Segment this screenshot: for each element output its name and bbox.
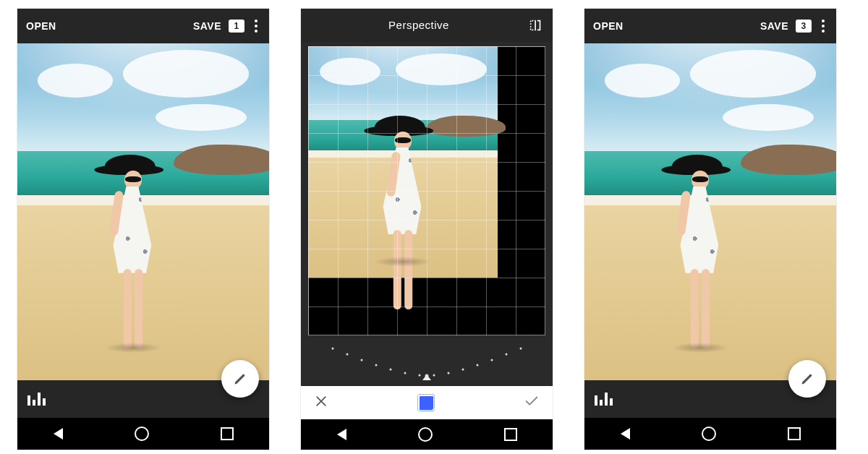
image-canvas[interactable] bbox=[584, 43, 836, 380]
nav-home-icon[interactable] bbox=[702, 427, 716, 441]
open-button[interactable]: OPEN bbox=[26, 20, 56, 32]
svg-point-12 bbox=[491, 359, 493, 361]
nav-home-icon[interactable] bbox=[135, 427, 149, 441]
bottom-toolbar bbox=[17, 380, 269, 418]
phone-screen-after: OPEN SAVE 3 bbox=[584, 9, 836, 450]
android-navbar bbox=[17, 418, 269, 450]
flip-horizontal-icon[interactable] bbox=[528, 17, 544, 33]
overflow-menu-icon[interactable] bbox=[819, 17, 827, 35]
android-navbar bbox=[584, 418, 836, 450]
nav-home-icon[interactable] bbox=[418, 427, 433, 442]
android-navbar bbox=[301, 419, 553, 450]
history-badge[interactable]: 1 bbox=[229, 20, 244, 33]
svg-point-4 bbox=[390, 368, 392, 370]
tool-topbar: Perspective bbox=[301, 9, 553, 42]
save-button[interactable]: SAVE bbox=[760, 20, 788, 32]
rotation-dial[interactable] bbox=[301, 335, 553, 386]
nav-recent-icon[interactable] bbox=[504, 428, 517, 441]
overflow-menu-icon[interactable] bbox=[252, 17, 260, 35]
phone-screen-before: OPEN SAVE 1 bbox=[17, 9, 269, 450]
open-button[interactable]: OPEN bbox=[593, 20, 624, 32]
tool-title: Perspective bbox=[310, 19, 528, 31]
svg-point-14 bbox=[520, 347, 522, 349]
edit-fab[interactable] bbox=[788, 360, 826, 398]
svg-point-11 bbox=[477, 364, 479, 366]
fill-mode-icon[interactable] bbox=[420, 396, 433, 409]
nav-recent-icon[interactable] bbox=[788, 427, 801, 440]
histogram-icon[interactable] bbox=[595, 393, 613, 406]
nav-back-icon[interactable] bbox=[54, 428, 63, 440]
nav-back-icon[interactable] bbox=[621, 428, 630, 440]
histogram-icon[interactable] bbox=[27, 393, 46, 406]
app-topbar: OPEN SAVE 1 bbox=[17, 9, 269, 43]
dial-marker-icon bbox=[422, 374, 431, 380]
cancel-icon[interactable] bbox=[314, 394, 328, 411]
svg-point-6 bbox=[419, 374, 421, 376]
image-canvas[interactable] bbox=[17, 43, 269, 380]
svg-point-10 bbox=[462, 368, 464, 370]
svg-point-8 bbox=[433, 374, 435, 376]
pencil-icon bbox=[800, 372, 814, 386]
confirm-icon[interactable] bbox=[524, 393, 540, 412]
pencil-icon bbox=[233, 372, 247, 386]
save-button[interactable]: SAVE bbox=[193, 20, 221, 32]
svg-point-5 bbox=[404, 372, 407, 374]
nav-recent-icon[interactable] bbox=[221, 427, 234, 440]
app-topbar: OPEN SAVE 3 bbox=[584, 9, 836, 43]
history-badge[interactable]: 3 bbox=[796, 20, 812, 33]
svg-point-2 bbox=[361, 359, 363, 361]
svg-point-9 bbox=[448, 372, 450, 374]
nav-back-icon[interactable] bbox=[337, 429, 346, 440]
svg-point-13 bbox=[506, 353, 508, 355]
svg-point-3 bbox=[375, 364, 378, 366]
confirm-bar bbox=[301, 386, 553, 419]
edit-fab[interactable] bbox=[221, 360, 259, 398]
bottom-toolbar bbox=[584, 380, 836, 418]
perspective-grid[interactable] bbox=[308, 46, 545, 335]
phone-screen-perspective-tool: Perspective bbox=[301, 9, 553, 450]
svg-point-0 bbox=[332, 347, 334, 349]
svg-point-1 bbox=[346, 353, 349, 355]
